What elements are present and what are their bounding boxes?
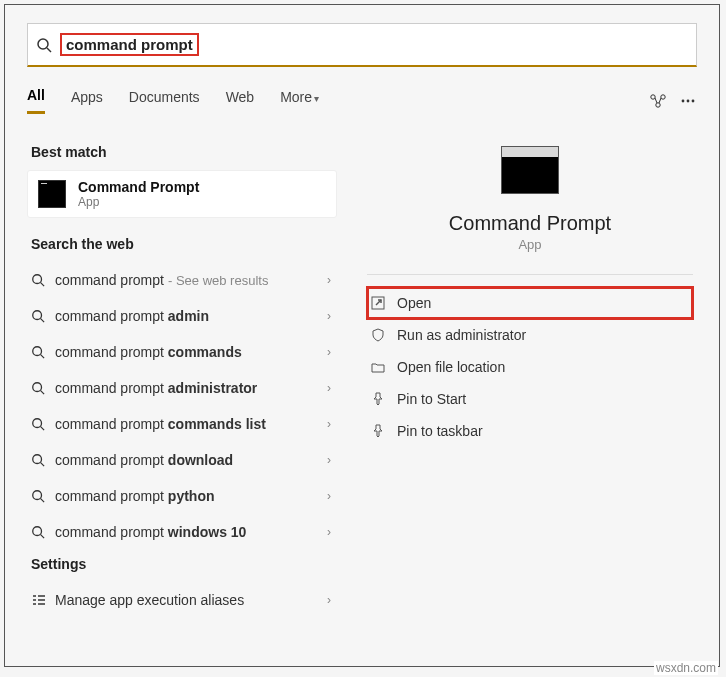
svg-point-2 bbox=[651, 94, 655, 98]
svg-point-8 bbox=[687, 99, 690, 102]
search-icon bbox=[31, 489, 55, 503]
svg-line-23 bbox=[41, 499, 45, 503]
folder-icon bbox=[371, 360, 397, 374]
results-column: Best match Command Prompt App Search the… bbox=[5, 124, 341, 666]
svg-point-0 bbox=[38, 39, 48, 49]
tab-apps[interactable]: Apps bbox=[71, 89, 103, 113]
svg-line-6 bbox=[659, 98, 661, 103]
svg-line-17 bbox=[41, 391, 45, 395]
svg-point-14 bbox=[33, 347, 42, 356]
svg-line-15 bbox=[41, 355, 45, 359]
web-result[interactable]: command prompt commands list › bbox=[27, 406, 341, 442]
chevron-right-icon: › bbox=[327, 345, 331, 359]
open-location-action[interactable]: Open file location bbox=[367, 351, 693, 383]
filter-tabs: All Apps Documents Web More▾ bbox=[27, 87, 697, 114]
chevron-right-icon: › bbox=[327, 489, 331, 503]
search-icon bbox=[31, 453, 55, 467]
svg-point-7 bbox=[682, 99, 685, 102]
web-result[interactable]: command prompt administrator › bbox=[27, 370, 341, 406]
chevron-right-icon: › bbox=[327, 381, 331, 395]
run-admin-action[interactable]: Run as administrator bbox=[367, 319, 693, 351]
svg-line-19 bbox=[41, 427, 45, 431]
search-panel: command prompt All Apps Documents Web Mo… bbox=[4, 4, 720, 667]
svg-point-12 bbox=[33, 311, 42, 320]
more-options-icon[interactable] bbox=[679, 92, 697, 110]
svg-point-3 bbox=[661, 94, 665, 98]
svg-line-25 bbox=[41, 535, 45, 539]
svg-line-21 bbox=[41, 463, 45, 467]
chevron-right-icon: › bbox=[327, 453, 331, 467]
search-icon bbox=[31, 273, 55, 287]
open-icon bbox=[371, 296, 397, 310]
pin-start-action[interactable]: Pin to Start bbox=[367, 383, 693, 415]
svg-line-1 bbox=[47, 48, 51, 52]
search-web-heading: Search the web bbox=[31, 236, 341, 252]
settings-heading: Settings bbox=[31, 556, 341, 572]
best-match-subtitle: App bbox=[78, 195, 199, 209]
chevron-right-icon: › bbox=[327, 309, 331, 323]
shield-icon bbox=[371, 328, 397, 342]
svg-point-24 bbox=[33, 527, 42, 536]
command-prompt-icon bbox=[38, 180, 66, 208]
tab-all[interactable]: All bbox=[27, 87, 45, 114]
tab-more[interactable]: More▾ bbox=[280, 89, 319, 113]
svg-point-22 bbox=[33, 491, 42, 500]
search-icon bbox=[31, 417, 55, 431]
best-match-result[interactable]: Command Prompt App bbox=[27, 170, 337, 218]
search-bar[interactable]: command prompt bbox=[27, 23, 697, 67]
svg-point-9 bbox=[692, 99, 695, 102]
search-icon bbox=[31, 345, 55, 359]
search-icon bbox=[31, 525, 55, 539]
svg-line-13 bbox=[41, 319, 45, 323]
svg-line-5 bbox=[655, 98, 657, 103]
best-match-heading: Best match bbox=[31, 144, 341, 160]
svg-point-10 bbox=[33, 275, 42, 284]
pin-icon bbox=[371, 424, 397, 438]
aliases-icon bbox=[31, 592, 55, 608]
pin-icon bbox=[371, 392, 397, 406]
settings-result[interactable]: Manage app execution aliases › bbox=[27, 582, 341, 618]
search-icon bbox=[31, 309, 55, 323]
search-icon bbox=[31, 381, 55, 395]
tab-documents[interactable]: Documents bbox=[129, 89, 200, 113]
chevron-right-icon: › bbox=[327, 593, 331, 607]
svg-point-18 bbox=[33, 419, 42, 428]
open-action[interactable]: Open bbox=[367, 287, 693, 319]
preview-subtitle: App bbox=[518, 237, 541, 252]
search-input[interactable]: command prompt bbox=[60, 33, 199, 56]
best-match-title: Command Prompt bbox=[78, 179, 199, 195]
pin-taskbar-action[interactable]: Pin to taskbar bbox=[367, 415, 693, 447]
preview-title: Command Prompt bbox=[449, 212, 611, 235]
divider bbox=[367, 274, 693, 275]
web-result[interactable]: command prompt- See web results › bbox=[27, 262, 341, 298]
chevron-down-icon: ▾ bbox=[314, 93, 319, 104]
tab-web[interactable]: Web bbox=[226, 89, 255, 113]
chevron-right-icon: › bbox=[327, 525, 331, 539]
svg-point-16 bbox=[33, 383, 42, 392]
web-result[interactable]: command prompt download › bbox=[27, 442, 341, 478]
svg-line-11 bbox=[41, 283, 45, 287]
web-result[interactable]: command prompt admin › bbox=[27, 298, 341, 334]
chevron-right-icon: › bbox=[327, 273, 331, 287]
command-prompt-icon bbox=[501, 146, 559, 194]
web-result[interactable]: command prompt python › bbox=[27, 478, 341, 514]
search-icon bbox=[36, 37, 58, 53]
chevron-right-icon: › bbox=[327, 417, 331, 431]
svg-point-4 bbox=[656, 102, 660, 106]
web-result[interactable]: command prompt windows 10 › bbox=[27, 514, 341, 550]
network-icon[interactable] bbox=[649, 92, 667, 110]
watermark: wsxdn.com bbox=[654, 661, 718, 675]
svg-point-20 bbox=[33, 455, 42, 464]
web-result[interactable]: command prompt commands › bbox=[27, 334, 341, 370]
details-column: Command Prompt App Open Run as administr… bbox=[341, 124, 719, 666]
